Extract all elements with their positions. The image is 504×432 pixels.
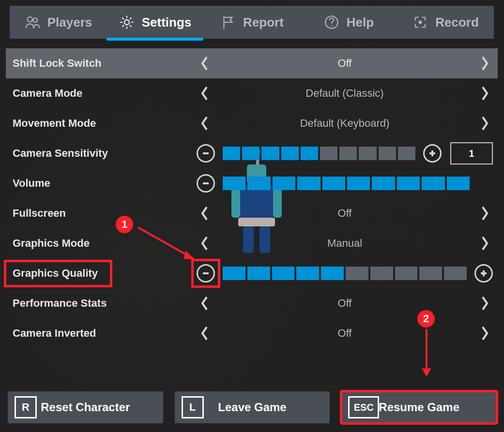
row-fullscreen: Fullscreen Off — [6, 198, 498, 228]
tab-help[interactable]: Help — [300, 6, 397, 39]
row-volume: Volume — [6, 168, 498, 198]
key-esc: ESC — [348, 396, 379, 418]
record-icon — [412, 14, 428, 30]
label-movement-mode: Movement Mode — [13, 117, 197, 130]
settings-list: Shift Lock Switch Off Camera Mode Defaul… — [6, 48, 498, 348]
shift-lock-next[interactable] — [476, 55, 493, 72]
cam-inv-next[interactable] — [476, 325, 493, 342]
shift-lock-value: Off — [217, 57, 473, 70]
gfx-quality-minus[interactable] — [197, 264, 215, 283]
row-shift-lock: Shift Lock Switch Off — [6, 48, 498, 78]
sensitivity-bar[interactable] — [223, 147, 415, 160]
cam-inv-prev[interactable] — [197, 325, 213, 342]
row-camera-sensitivity: Camera Sensitivity — [6, 138, 498, 168]
sensitivity-input[interactable] — [450, 142, 493, 164]
tab-report-label: Report — [243, 15, 284, 30]
tab-players[interactable]: Players — [10, 6, 107, 39]
tab-settings-label: Settings — [142, 15, 192, 30]
svg-point-0 — [28, 17, 32, 22]
svg-point-5 — [419, 21, 422, 24]
label-volume: Volume — [13, 177, 197, 190]
svg-point-2 — [124, 20, 129, 25]
bottom-bar: R Reset Character L Leave Game ESC Resum… — [8, 391, 497, 423]
tab-help-label: Help — [347, 15, 374, 30]
callout-box-graphics-quality — [4, 260, 112, 287]
tab-settings[interactable]: Settings — [107, 6, 203, 39]
label-camera-sensitivity: Camera Sensitivity — [13, 147, 197, 160]
gfx-mode-next[interactable] — [476, 235, 493, 252]
camera-mode-prev[interactable] — [197, 85, 213, 102]
fullscreen-next[interactable] — [476, 205, 493, 222]
perf-prev[interactable] — [197, 295, 213, 312]
volume-bar[interactable] — [223, 177, 470, 190]
cam-inv-value: Off — [217, 327, 473, 340]
movement-prev[interactable] — [197, 115, 213, 132]
resume-game-button[interactable]: ESC Resume Game — [341, 391, 497, 423]
row-movement-mode: Movement Mode Default (Keyboard) — [6, 108, 498, 138]
label-shift-lock: Shift Lock Switch — [13, 57, 197, 70]
fullscreen-value: Off — [217, 207, 473, 220]
reset-character-label: Reset Character — [41, 401, 130, 414]
tab-record[interactable]: Record — [397, 6, 494, 39]
perf-value: Off — [217, 297, 473, 310]
gfx-quality-bar[interactable] — [223, 267, 467, 280]
movement-value: Default (Keyboard) — [217, 117, 473, 130]
players-icon — [24, 14, 41, 30]
callout-1: 1 — [116, 216, 133, 233]
reset-character-button[interactable]: R Reset Character — [8, 391, 163, 423]
sensitivity-plus[interactable] — [423, 144, 442, 163]
label-camera-mode: Camera Mode — [13, 87, 197, 100]
row-camera-mode: Camera Mode Default (Classic) — [6, 78, 498, 108]
volume-minus[interactable] — [197, 174, 215, 193]
tab-players-label: Players — [47, 15, 92, 30]
camera-mode-next[interactable] — [476, 85, 493, 102]
label-camera-inverted: Camera Inverted — [13, 327, 197, 340]
perf-next[interactable] — [476, 295, 493, 312]
tab-report[interactable]: Report — [203, 6, 300, 39]
label-graphics-mode: Graphics Mode — [13, 237, 197, 250]
key-r: R — [15, 396, 37, 418]
svg-marker-16 — [422, 369, 431, 376]
gear-icon — [119, 14, 135, 30]
camera-mode-value: Default (Classic) — [217, 87, 473, 100]
shift-lock-prev[interactable] — [197, 55, 213, 72]
gfx-mode-value: Manual — [217, 237, 473, 250]
leave-game-button[interactable]: L Leave Game — [175, 391, 330, 423]
help-icon — [323, 14, 340, 30]
label-performance-stats: Performance Stats — [13, 297, 197, 310]
movement-next[interactable] — [476, 115, 493, 132]
sensitivity-minus[interactable] — [197, 144, 215, 163]
row-graphics-mode: Graphics Mode Manual — [6, 228, 498, 258]
gfx-mode-prev[interactable] — [197, 235, 213, 252]
svg-point-1 — [33, 18, 37, 23]
gfx-quality-plus[interactable] — [474, 264, 493, 283]
fullscreen-prev[interactable] — [197, 205, 213, 222]
flag-icon — [220, 14, 236, 30]
callout-2: 2 — [417, 310, 435, 328]
leave-game-label: Leave Game — [218, 401, 286, 414]
tab-record-label: Record — [435, 15, 479, 30]
svg-point-4 — [331, 25, 333, 27]
label-fullscreen: Fullscreen — [13, 207, 197, 220]
tab-bar: Players Settings Report Help Record — [10, 6, 494, 39]
key-l: L — [182, 396, 204, 418]
resume-game-label: Resume Game — [379, 401, 459, 414]
